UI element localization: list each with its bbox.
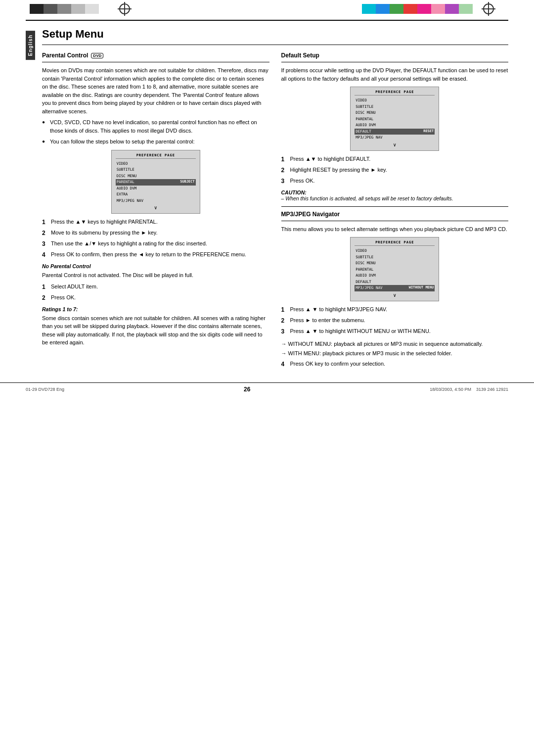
screen3-row-discmenu: DISC MENU [355,260,435,267]
screen2-row-parental: PARENTAL [355,116,435,123]
no-parental-steps: 1Select ADULT item. 2Press OK. [42,283,269,302]
main-content: Setup Menu Parental Control DVD Movies o… [40,26,508,373]
no-parental-text: Parental Control is not activated. The D… [42,271,269,280]
caution-title: CAUTION: [281,189,509,195]
step1-2: 2Move to its submenu by pressing the ► k… [42,229,269,237]
screen2-row-subtitle: SUBTITLE [355,104,435,110]
color-block-blue [376,4,390,14]
screen1-row-discmenu: DISC MENU [116,173,196,180]
screen1-row-video: VIDEO [116,161,196,167]
screen1-row-subtitle: SUBTITLE [116,167,196,173]
bullet-item-2: You can follow the steps below to setup … [42,138,269,146]
mp3-nav-title: MP3/JPEG Navigator [281,211,340,218]
ratings-text: Some discs contain scenes which are not … [42,314,269,347]
footer-left: 01-29 DVD728 Eng [26,387,64,392]
color-block-green [390,4,403,14]
step1-3: 3Then use the ▲/▼ keys to highlight a ra… [42,239,269,248]
screen2-row-video: VIDEO [355,97,435,104]
screen-default: PREFERENCE PAGE VIDEO SUBTITLE DISC MENU… [350,87,439,151]
screen1-row-audiodvm: AUDIO DVM [116,186,196,192]
page-title-rule [42,45,508,45]
with-menu-arrow: WITH MENU: playback pictures or MP3 musi… [281,349,509,358]
screen1-row-extra: EXTRA [116,191,196,198]
screen-parental: PREFERENCE PAGE VIDEO SUBTITLE DISC MENU… [111,150,200,214]
screen2-row-audiodvm: AUDIO DVM [355,122,435,129]
default-step3: 3Press OK. [281,177,509,186]
mp3-rule [281,206,509,207]
screen2-arrow-down: ∨ [355,142,435,147]
color-block-black [30,4,44,14]
mp3-step4: 4Press OK key to confirm your selection. [281,360,509,369]
parental-bullet-list: VCD, SVCD, CD have no level indication, … [42,118,269,146]
mp3-steps: 1Press ▲ ▼ to highlight MP3/JPEG NAV. 2P… [281,305,509,336]
page-wrapper: English Setup Menu Parental Control DVD … [0,21,534,373]
page-title: Setup Menu [42,28,508,41]
parental-steps: 1Press the ▲▼ keys to highlight PARENTAL… [42,218,269,259]
parental-intro-text: Movies on DVDs may contain scenes which … [42,66,269,115]
parental-control-title: Parental Control [42,52,88,59]
dvd-badge: DVD [91,53,103,58]
crosshair-right [482,2,495,16]
parental-control-rule [42,62,269,62]
mp3-step3: 3Press ▲ ▼ to highlight WITHOUT MENU or … [281,327,509,336]
screen3-arrow-down: ∨ [355,292,435,298]
left-color-blocks [30,4,99,14]
footer-page-number: 26 [244,386,250,393]
no-parental-step2: 2Press OK. [42,293,269,302]
color-block-cyan [362,4,376,14]
default-steps: 1Press ▲▼ to highlight DEFAULT. 2Highlig… [281,155,509,186]
right-color-blocks [362,4,473,14]
mp3-nav-header: MP3/JPEG Navigator [281,211,509,218]
page-footer: 01-29 DVD728 Eng 26 18/03/2003, 4:50 PM … [0,382,534,396]
sidebar-label: English [26,31,35,60]
screen1-row-mp3: MP3/JPEG NAV [116,198,196,204]
no-parental-step1: 1Select ADULT item. [42,283,269,291]
step1-4: 4Press OK to confirm, then press the ◄ k… [42,250,269,259]
screen3-row-audiodvm: AUDIO DVM [355,273,435,279]
color-block-lightgray [71,4,85,14]
color-block-red [403,4,417,14]
screen3-row-subtitle: SUBTITLE [355,254,435,261]
ratings-heading: Ratings 1 to 7: [42,306,269,312]
mp3-nav-text: This menu allows you to select alternate… [281,225,509,234]
screen2-row-default: DEFAULTRESET [355,129,435,135]
default-setup-rule [281,62,509,62]
color-block-magenta [417,4,431,14]
default-setup-text: If problems occur while setting up the D… [281,66,509,83]
screen1-row-parental: PARENTALSUBJECT [116,179,196,186]
parental-control-header: Parental Control DVD [42,52,269,59]
no-parental-heading: No Parental Control [42,263,269,269]
caution-block: CAUTION: – When this function is activat… [281,189,509,201]
default-step2: 2Highlight RESET by pressing the ► key. [281,166,509,175]
screen2-title: PREFERENCE PAGE [355,90,435,95]
mp3-step2: 2Press ► to enter the submenu. [281,316,509,325]
mp3-step4-list: 4Press OK key to confirm your selection. [281,360,509,369]
screen3-row-default: DEFAULT [355,279,435,285]
color-block-white [85,4,99,14]
default-step1: 1Press ▲▼ to highlight DEFAULT. [281,155,509,164]
mp3-step1: 1Press ▲ ▼ to highlight MP3/JPEG NAV. [281,305,509,314]
color-block-darkgray [44,4,57,14]
screen3-row-parental: PARENTAL [355,267,435,273]
default-setup-title: Default Setup [281,52,319,59]
footer-right: 18/03/2003, 4:50 PM 3139 246 12921 [430,387,508,392]
screen-mp3: PREFERENCE PAGE VIDEO SUBTITLE DISC MENU… [350,237,439,301]
top-color-bar [0,0,534,18]
screen2-row-discmenu: DISC MENU [355,110,435,116]
color-block-purple [445,4,459,14]
screen3-title: PREFERENCE PAGE [355,240,435,246]
crosshair-left [118,2,132,16]
without-menu-arrow: WITHOUT MENU: playback all pictures or M… [281,340,509,348]
bullet-item-1: VCD, SVCD, CD have no level indication, … [42,118,269,135]
screen1-title: PREFERENCE PAGE [116,153,196,159]
two-col-layout: Parental Control DVD Movies on DVDs may … [42,52,508,373]
default-setup-header: Default Setup [281,52,509,59]
color-block-pink [431,4,445,14]
screen3-row-mp3: MP3/JPEG NAVWITHOUT MENU [355,285,435,291]
screen2-row-mp3: MP3/JPEG NAV [355,135,435,141]
mp3-nav-rule [281,221,509,221]
color-block-midgray [57,4,71,14]
screen3-row-video: VIDEO [355,248,435,254]
left-column: Parental Control DVD Movies on DVDs may … [42,52,269,373]
color-block-lgreen [459,4,473,14]
